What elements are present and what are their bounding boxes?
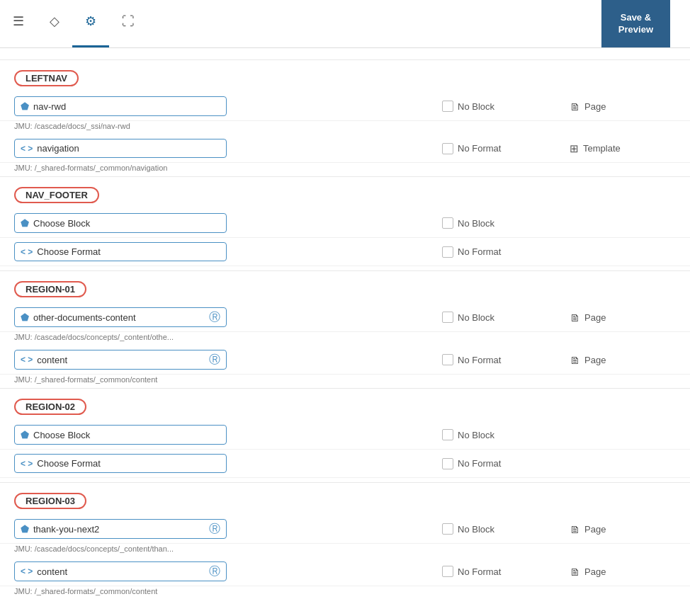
section-label-region_02: REGION-02 [14,399,86,415]
no-block-col: No Block [442,217,570,229]
type-label: Page [584,312,606,323]
no-block-col: No Block [442,312,570,323]
format-input-nav_footer-1[interactable]: < > Choose Format [14,242,227,261]
no-block-col: No Block [442,101,570,112]
no-block-col: No Format [442,354,570,365]
no-block-checkbox[interactable] [442,312,453,323]
config-row-region_01-1: < > content Ⓡ No Format 🗎Page [0,346,690,375]
section-label-region_03: REGION-03 [14,493,86,509]
path-label-region_01-0: JMU: /cascade/docs/concepts/_content/oth… [14,333,676,341]
clear-button[interactable]: Ⓡ [209,566,220,577]
block-icon: ⬟ [21,217,29,229]
right-cols: No Format [442,246,676,258]
right-cols: No Block 🗎Page [442,101,676,113]
format-input-leftnav-1[interactable]: < > navigation [14,139,227,158]
no-block-checkbox[interactable] [442,143,453,154]
path-label-leftnav-1: JMU: /_shared-formats/_common/navigation [14,164,676,172]
format-input-region_03-1[interactable]: < > content Ⓡ [14,561,227,581]
no-block-checkbox[interactable] [442,429,453,440]
no-block-checkbox[interactable] [442,101,453,112]
metadata-icon: ◇ [50,13,60,29]
no-block-label: No Format [458,458,501,469]
no-block-checkbox[interactable] [442,246,453,258]
tab-fullscreen[interactable]: ⛶ [109,0,147,47]
input-label: Choose Block [33,430,220,440]
input-label: Choose Format [37,458,220,469]
type-col: 🗎Page [570,523,676,535]
no-block-col: No Block [442,523,570,535]
block-input-region_03-0[interactable]: ⬟ thank-you-next2 Ⓡ [14,519,227,539]
no-block-label: No Format [458,246,501,257]
type-col: 🗎Page [570,354,676,366]
config-row-nav_footer-0: ⬟ Choose Block No Block [0,209,690,238]
no-block-checkbox[interactable] [442,458,453,469]
no-block-checkbox[interactable] [442,217,453,229]
no-block-checkbox[interactable] [442,523,453,535]
no-block-label: No Block [458,312,494,323]
tab-content[interactable]: ☰ [0,0,37,47]
no-block-checkbox[interactable] [442,566,453,577]
right-cols: No Block [442,429,676,440]
type-label: Page [584,355,606,365]
type-col: ⊞Template [570,142,676,155]
config-row-region_03-0: ⬟ thank-you-next2 Ⓡ No Block 🗎Page [0,515,690,544]
region-divider [0,270,690,271]
right-cols: No Block 🗎Page [442,523,676,535]
template-icon: ⊞ [570,142,579,155]
tab-metadata[interactable]: ◇ [37,0,72,47]
no-block-label: No Block [458,218,494,229]
right-cols: No Format ⊞Template [442,142,676,155]
no-block-checkbox[interactable] [442,354,453,365]
format-input-region_01-1[interactable]: < > content Ⓡ [14,350,227,370]
right-cols: No Format 🗎Page [442,566,676,578]
clear-button[interactable]: Ⓡ [209,312,220,323]
config-row-region_02-1: < > Choose Format No Format [0,450,690,478]
no-block-label: No Block [458,430,494,440]
no-block-label: No Format [458,355,501,365]
region-divider [0,482,690,483]
path-label-region_01-1: JMU: /_shared-formats/_common/content [14,375,676,384]
region-divider [0,59,690,60]
section-label-leftnav: LEFTNAV [14,70,79,86]
type-label: Page [584,524,606,535]
block-input-region_01-0[interactable]: ⬟ other-documents-content Ⓡ [14,307,227,327]
configure-icon: ⚙ [85,13,96,29]
right-cols: No Format [442,458,676,469]
block-input-nav_footer-0[interactable]: ⬟ Choose Block [14,213,227,233]
config-row-leftnav-1: < > navigation No Format ⊞Template [0,135,690,163]
no-block-col: No Format [442,458,570,469]
block-icon: ⬟ [21,312,29,323]
region-divider [0,176,690,177]
clear-button[interactable]: Ⓡ [209,523,220,535]
config-row-nav_footer-1: < > Choose Format No Format [0,238,690,266]
format-input-region_02-1[interactable]: < > Choose Format [14,454,227,473]
format-icon: < > [21,247,33,257]
no-block-col: No Format [442,143,570,154]
input-label: Choose Format [37,246,220,257]
type-col: 🗎Page [570,566,676,578]
format-icon: < > [21,566,33,576]
block-icon: ⬟ [21,101,29,112]
config-row-region_02-0: ⬟ Choose Block No Block [0,421,690,450]
more-options-button[interactable] [670,0,690,47]
type-label: Page [584,101,606,112]
config-row-leftnav-0: ⬟ nav-rwd No Block 🗎Page [0,92,690,121]
page-icon: 🗎 [570,354,580,366]
input-label: Choose Block [33,218,220,229]
content-icon: ☰ [13,13,24,29]
close-button[interactable] [573,0,601,47]
clear-button[interactable]: Ⓡ [209,354,220,365]
no-block-col: No Format [442,246,570,258]
path-label-leftnav-0: JMU: /cascade/docs/_ssi/nav-rwd [14,122,676,130]
format-icon: < > [21,144,33,154]
page-icon: 🗎 [570,101,580,113]
tab-configure[interactable]: ⚙ [72,0,109,47]
block-input-leftnav-0[interactable]: ⬟ nav-rwd [14,96,227,116]
type-col: 🗎Page [570,312,676,324]
block-input-region_02-0[interactable]: ⬟ Choose Block [14,425,227,445]
no-block-col: No Block [442,429,570,440]
block-icon: ⬟ [21,523,29,535]
save-preview-button[interactable]: Save &Preview [601,0,670,47]
no-block-label: No Format [458,143,501,154]
type-label: Page [584,566,606,577]
